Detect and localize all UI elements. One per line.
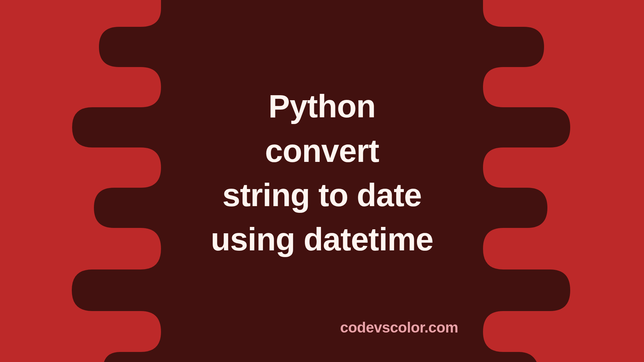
title-line-4: using datetime [211, 217, 433, 261]
title-line-1: Python [211, 84, 433, 128]
title-line-2: convert [211, 129, 433, 173]
banner-graphic: Python convert string to date using date… [0, 0, 644, 362]
title-line-3: string to date [211, 173, 433, 217]
site-attribution: codevscolor.com [340, 319, 458, 336]
banner-title: Python convert string to date using date… [211, 84, 433, 262]
